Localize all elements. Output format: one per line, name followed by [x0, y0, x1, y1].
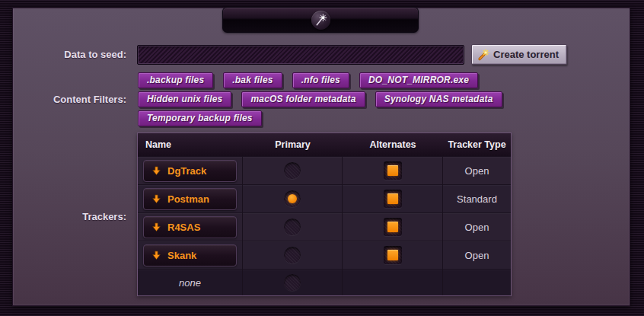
content-filters-label: Content Filters:	[0, 92, 126, 107]
content-filter-chip-list: .backup files .bak files .nfo files DO_N…	[138, 72, 505, 126]
tracker-name-cell: Postman	[138, 184, 243, 212]
alternates-checkbox[interactable]	[384, 246, 402, 264]
primary-cell	[243, 269, 343, 295]
filter-chip[interactable]: Temporary backup files	[138, 110, 262, 126]
primary-cell	[243, 241, 343, 269]
tracker-name-button[interactable]: Postman	[143, 188, 237, 210]
filter-chip[interactable]: Hidden unix files	[138, 91, 231, 107]
create-torrent-label: Create torrent	[493, 49, 559, 60]
column-header-tracker-type: Tracker Type	[443, 133, 511, 156]
tracker-type-cell: Open	[443, 241, 511, 269]
primary-radio[interactable]	[284, 219, 301, 235]
alternates-checkbox[interactable]	[384, 218, 402, 236]
primary-cell	[243, 212, 343, 241]
data-to-seed-label: Data to seed:	[0, 45, 126, 65]
filter-chip[interactable]: .backup files	[138, 72, 213, 88]
download-arrow-icon	[151, 166, 161, 176]
alternates-checkbox[interactable]	[384, 190, 402, 208]
create-torrent-button[interactable]: Create torrent	[471, 44, 567, 65]
primary-radio[interactable]	[284, 274, 301, 291]
tracker-name-button[interactable]: R4SAS	[143, 216, 237, 238]
primary-radio[interactable]	[284, 162, 301, 179]
primary-radio[interactable]	[284, 190, 301, 207]
alternates-cell	[343, 156, 443, 184]
alternates-cell	[343, 184, 443, 212]
download-arrow-icon	[151, 251, 161, 260]
download-arrow-icon	[151, 194, 161, 204]
collapsed-section-toggle[interactable]	[222, 7, 419, 33]
primary-cell	[243, 156, 343, 184]
column-header-name: Name	[138, 133, 243, 156]
magic-wand-icon	[311, 11, 330, 30]
filter-chip[interactable]: macOS folder metadata	[241, 91, 365, 107]
tracker-name-button[interactable]: Skank	[143, 244, 237, 267]
trackers-label: Trackers:	[0, 209, 126, 224]
primary-cell	[243, 184, 343, 212]
column-header-alternates: Alternates	[343, 133, 443, 156]
tracker-type-cell: Open	[443, 156, 511, 184]
data-to-seed-input[interactable]	[137, 45, 464, 65]
filter-chip[interactable]: Synology NAS metadata	[375, 91, 502, 107]
primary-radio[interactable]	[284, 247, 301, 263]
filter-chip[interactable]: .nfo files	[292, 72, 349, 88]
tracker-type-cell	[443, 269, 511, 295]
tracker-type-cell: Standard	[443, 184, 511, 212]
tracker-name-button[interactable]: DgTrack	[143, 160, 237, 182]
tracker-name-cell: none	[138, 269, 243, 295]
alternates-cell	[343, 212, 443, 241]
tracker-none-label: none	[138, 277, 242, 289]
filter-chip[interactable]: DO_NOT_MIRROR.exe	[359, 72, 478, 88]
tracker-name-cell: DgTrack	[138, 156, 243, 184]
alternates-checkbox[interactable]	[384, 161, 402, 180]
magic-wand-icon	[477, 49, 489, 61]
tracker-name-cell: Skank	[138, 241, 243, 269]
torrent-creator-window: { "colors": { "accent_orange": "#f8941d"…	[0, 0, 644, 316]
alternates-cell	[343, 269, 443, 295]
alternates-cell	[343, 241, 443, 269]
column-header-primary: Primary	[243, 133, 343, 156]
filter-chip[interactable]: .bak files	[223, 72, 282, 88]
tracker-name-cell: R4SAS	[138, 212, 243, 241]
tracker-type-cell: Open	[443, 212, 511, 241]
download-arrow-icon	[151, 222, 161, 232]
trackers-table: Name Primary Alternates Tracker Type DgT…	[137, 132, 512, 296]
